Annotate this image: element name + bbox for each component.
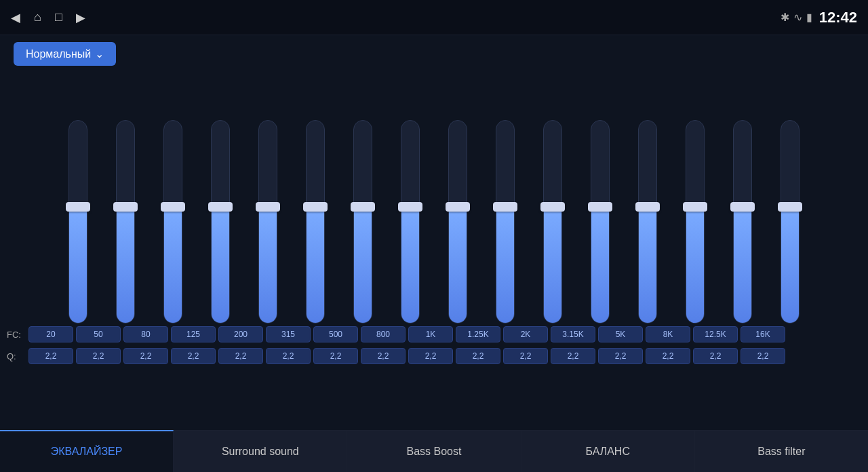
tab-bass[interactable]: Bass Boost <box>347 431 521 472</box>
slider-track-1[interactable] <box>116 120 135 323</box>
slider-col-2[interactable] <box>151 120 195 323</box>
fc-btn-2[interactable]: 80 <box>123 326 168 342</box>
preset-button[interactable]: Нормальный ⌄ <box>14 42 116 66</box>
fc-btn-5[interactable]: 315 <box>266 326 311 342</box>
slider-handle-6[interactable] <box>351 202 375 212</box>
fc-btn-15[interactable]: 16K <box>741 326 785 342</box>
q-btn-2[interactable]: 2,2 <box>123 348 168 364</box>
q-btn-9[interactable]: 2,2 <box>456 348 500 364</box>
fc-btn-13[interactable]: 8K <box>646 326 690 342</box>
nav-icons: ◀ ⌂ □ ▶ <box>11 10 85 25</box>
slider-track-6[interactable] <box>353 120 372 323</box>
fc-btn-9[interactable]: 1.25K <box>456 326 500 342</box>
fc-btn-3[interactable]: 125 <box>171 326 216 342</box>
slider-handle-4[interactable] <box>256 202 280 212</box>
tab-balance[interactable]: БАЛАНС <box>521 431 695 472</box>
fc-label: FC: <box>7 330 26 340</box>
slider-track-3[interactable] <box>211 120 230 323</box>
slider-handle-2[interactable] <box>161 202 185 212</box>
slider-track-10[interactable] <box>543 120 562 323</box>
slider-track-5[interactable] <box>306 120 325 323</box>
q-btn-7[interactable]: 2,2 <box>361 348 406 364</box>
slider-col-13[interactable] <box>673 120 717 323</box>
tab-filter[interactable]: Bass filter <box>695 431 868 472</box>
slider-handle-10[interactable] <box>540 202 565 212</box>
q-row: Q: 2,22,22,22,22,22,22,22,22,22,22,22,22… <box>0 345 868 367</box>
fc-btn-7[interactable]: 800 <box>361 326 406 342</box>
slider-col-14[interactable] <box>720 120 765 323</box>
fc-btn-12[interactable]: 5K <box>598 326 643 342</box>
fc-btn-11[interactable]: 3.15K <box>551 326 595 342</box>
slider-col-12[interactable] <box>625 120 670 323</box>
slider-col-10[interactable] <box>530 120 575 323</box>
slider-col-6[interactable] <box>340 120 385 323</box>
slider-handle-1[interactable] <box>113 202 138 212</box>
fc-btn-14[interactable]: 12.5K <box>693 326 738 342</box>
slider-col-7[interactable] <box>388 120 433 323</box>
q-btn-6[interactable]: 2,2 <box>313 348 358 364</box>
slider-track-7[interactable] <box>401 120 420 323</box>
slider-col-3[interactable] <box>198 120 243 323</box>
slider-handle-8[interactable] <box>446 202 470 212</box>
slider-fill-4 <box>259 212 277 323</box>
slider-col-1[interactable] <box>103 120 148 323</box>
slider-track-14[interactable] <box>733 120 752 323</box>
bottom-tabs: ЭКВАЛАЙЗЕРSurround soundBass BoostБАЛАНС… <box>0 430 868 472</box>
slider-handle-12[interactable] <box>635 202 660 212</box>
slider-col-11[interactable] <box>578 120 623 323</box>
q-btn-3[interactable]: 2,2 <box>171 348 216 364</box>
slider-handle-3[interactable] <box>208 202 233 212</box>
slider-col-4[interactable] <box>245 120 290 323</box>
slider-track-8[interactable] <box>448 120 467 323</box>
slider-handle-14[interactable] <box>730 202 755 212</box>
slider-track-2[interactable] <box>163 120 182 323</box>
slider-col-15[interactable] <box>768 120 812 323</box>
slider-col-9[interactable] <box>483 120 528 323</box>
tab-surround[interactable]: Surround sound <box>174 431 347 472</box>
slider-handle-13[interactable] <box>683 202 707 212</box>
slider-track-11[interactable] <box>591 120 610 323</box>
q-btn-12[interactable]: 2,2 <box>598 348 643 364</box>
slider-track-13[interactable] <box>686 120 705 323</box>
slider-fill-7 <box>401 212 419 323</box>
slider-col-8[interactable] <box>435 120 480 323</box>
fc-btn-8[interactable]: 1K <box>408 326 453 342</box>
q-btn-13[interactable]: 2,2 <box>646 348 690 364</box>
q-btn-4[interactable]: 2,2 <box>218 348 263 364</box>
clock: 12:42 <box>819 9 857 26</box>
slider-handle-0[interactable] <box>66 202 90 212</box>
slider-fill-5 <box>307 212 324 323</box>
q-btn-15[interactable]: 2,2 <box>741 348 785 364</box>
media-icon[interactable]: ▶ <box>76 10 85 25</box>
eq-area <box>0 73 868 323</box>
fc-btn-0[interactable]: 20 <box>28 326 73 342</box>
fc-btn-4[interactable]: 200 <box>218 326 263 342</box>
slider-handle-7[interactable] <box>398 202 422 212</box>
q-btn-10[interactable]: 2,2 <box>503 348 548 364</box>
q-btn-5[interactable]: 2,2 <box>266 348 311 364</box>
q-btn-1[interactable]: 2,2 <box>76 348 121 364</box>
fc-btn-1[interactable]: 50 <box>76 326 121 342</box>
status-bar: ◀ ⌂ □ ▶ ✱ ∿ ▮ 12:42 <box>0 0 868 35</box>
slider-handle-5[interactable] <box>303 202 328 212</box>
slider-handle-15[interactable] <box>778 202 802 212</box>
q-btn-14[interactable]: 2,2 <box>693 348 738 364</box>
q-btn-0[interactable]: 2,2 <box>28 348 73 364</box>
q-btn-8[interactable]: 2,2 <box>408 348 453 364</box>
back-icon[interactable]: ◀ <box>11 10 20 25</box>
home-icon[interactable]: ⌂ <box>34 10 41 24</box>
slider-col-5[interactable] <box>293 120 338 323</box>
slider-track-15[interactable] <box>781 120 800 323</box>
window-icon[interactable]: □ <box>55 10 62 24</box>
slider-track-12[interactable] <box>638 120 657 323</box>
slider-track-9[interactable] <box>496 120 515 323</box>
slider-col-0[interactable] <box>56 120 100 323</box>
slider-track-0[interactable] <box>68 120 87 323</box>
q-btn-11[interactable]: 2,2 <box>551 348 595 364</box>
slider-handle-9[interactable] <box>493 202 517 212</box>
slider-handle-11[interactable] <box>588 202 612 212</box>
slider-track-4[interactable] <box>258 120 277 323</box>
fc-btn-10[interactable]: 2K <box>503 326 548 342</box>
fc-btn-6[interactable]: 500 <box>313 326 358 342</box>
tab-eq[interactable]: ЭКВАЛАЙЗЕР <box>0 430 174 472</box>
